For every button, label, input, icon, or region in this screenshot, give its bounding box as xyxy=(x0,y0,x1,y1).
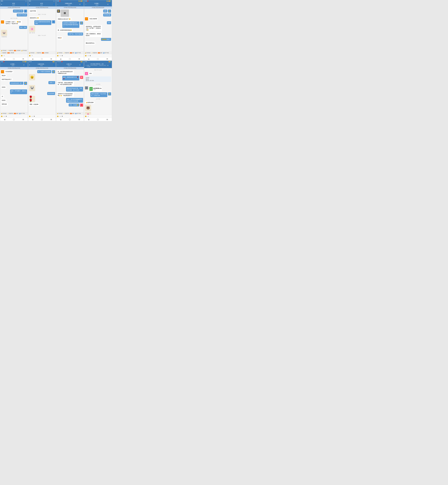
chat-area-bc[interactable]: 的，咱们到时候做题还会经常翻看知识点的 🌸 好的，谢谢您的教导方法🌹🌹 不客气呢… xyxy=(56,69,84,112)
voice-icon[interactable]: ⑨ xyxy=(62,116,63,117)
nav-back[interactable]: ◀ xyxy=(60,119,61,120)
chat-area-bc2[interactable]: 😊 好，年底忙注意身体哈 😮 太暖心了 🐼 您也是老师 🌹🌹 嘿嘿，应该的❤ xyxy=(28,69,56,115)
toolbar-item[interactable]: 💰对外收款 xyxy=(29,52,34,54)
nav-home[interactable] xyxy=(41,119,42,120)
emoji-icon[interactable]: 😊 xyxy=(29,55,31,56)
emoji-icon[interactable]: 😊 xyxy=(57,116,59,117)
chat-area-tc[interactable]: 也是辛苦啦 星期二 下午 6:29 谢谢老师关心😊 👤 有什么需要我协助的就和我… xyxy=(28,9,56,52)
menu-icon[interactable]: ≡ xyxy=(29,64,30,66)
toolbar-item[interactable]: ⚡快捷回复 xyxy=(7,113,13,114)
nav-menu[interactable] xyxy=(50,58,52,59)
toolbar-item[interactable]: 👤客户详情 xyxy=(103,52,109,54)
add-icon[interactable]: ＋ xyxy=(32,55,33,57)
nav-back[interactable]: ◀ xyxy=(88,58,89,60)
person-icon[interactable]: 👤 xyxy=(109,65,111,66)
add-icon[interactable]: ＋ xyxy=(32,115,33,117)
person-icon[interactable]: 👤 xyxy=(81,3,83,5)
nav-menu[interactable] xyxy=(23,58,24,59)
toolbar-item[interactable]: ⚡快捷回复 xyxy=(1,52,7,54)
person-icon[interactable]: 👤 xyxy=(53,3,55,5)
menu-icon[interactable]: ≡ xyxy=(107,3,108,5)
nav-menu[interactable] xyxy=(79,119,80,120)
emoji-icon[interactable]: 😊 xyxy=(1,55,3,56)
toolbar-item[interactable]: ⚡快捷回复 xyxy=(63,52,69,54)
toolbar-item[interactable]: 👤客户详情 xyxy=(75,113,81,114)
toolbar-item[interactable]: 💰对外收款 xyxy=(57,113,63,114)
emoji-icon[interactable]: 😊 xyxy=(85,116,87,117)
emoji-icon[interactable]: 😊 xyxy=(29,116,31,117)
toolbar-item[interactable]: ⚡快捷回复 xyxy=(91,52,97,54)
nav-home[interactable] xyxy=(13,119,15,120)
chat-area-br[interactable]: 昨天 下午 11:44 🌸 微信 12月26 杨欣杰 实务 第二章 12讲 上午… xyxy=(84,68,112,115)
person-icon[interactable]: 👤 xyxy=(109,3,111,5)
toolbar-item[interactable]: 💰对外收款 xyxy=(21,50,27,51)
add-icon[interactable]: ＋ xyxy=(88,115,89,117)
toolbar-item[interactable]: 👤客户详情 xyxy=(75,52,81,54)
back-icon[interactable]: ← xyxy=(1,64,3,66)
toolbar-item[interactable]: 👤客户详情 xyxy=(19,113,25,114)
toolbar-live[interactable]: Live直播 xyxy=(98,52,102,54)
person-icon[interactable]: 👤 xyxy=(53,64,55,66)
menu-icon[interactable]: ≡ xyxy=(80,64,80,66)
emoji-icon[interactable]: 😊 xyxy=(1,116,3,117)
nav-back[interactable]: ◀ xyxy=(4,119,5,120)
menu-icon[interactable]: ≡ xyxy=(1,3,2,5)
nav-back[interactable]: ◀ xyxy=(32,58,33,60)
person-icon[interactable]: 👤 xyxy=(25,64,27,66)
chat-area-bl[interactable]: 😀 5月份风景好 那会来 疫情可能会好转了 😊 5月份考完试浪一把？ 哈哈哈 是… xyxy=(0,69,28,112)
toolbar-item[interactable]: 💰对外收款 xyxy=(1,113,7,114)
toolbar-item[interactable]: 💰对外收款 xyxy=(57,52,63,54)
emoji-icon[interactable]: 😊 xyxy=(85,55,87,56)
back-icon[interactable]: ← xyxy=(57,64,59,66)
chat-area-tr2[interactable]: 😐 🖼 用图形法分析出来了😊 😊 还是要多去理解理解这里，经常做这种题脑印象就深… xyxy=(56,9,84,52)
voice-icon[interactable]: ⑨ xyxy=(62,55,63,56)
voice-icon[interactable]: ⑨ xyxy=(6,116,7,117)
person-icon[interactable]: 👤 xyxy=(81,64,83,66)
nav-menu[interactable] xyxy=(106,58,108,59)
person-icon[interactable]: 👤 xyxy=(25,3,27,5)
emoji-icon[interactable]: 😊 xyxy=(57,55,59,56)
nav-home[interactable] xyxy=(97,58,98,60)
menu-icon[interactable]: ≡ xyxy=(29,3,30,5)
toolbar-live[interactable]: Live直播 xyxy=(70,113,74,114)
nav-back[interactable]: ◀ xyxy=(4,58,5,60)
nav-home[interactable] xyxy=(69,119,71,120)
nav-back[interactable]: ◀ xyxy=(60,58,61,60)
toolbar-item[interactable]: ⚡快捷回复 xyxy=(35,52,41,54)
add-icon[interactable]: ＋ xyxy=(59,115,61,117)
voice-icon[interactable]: ⑨ xyxy=(90,55,91,56)
nav-home[interactable] xyxy=(97,119,98,120)
nav-menu[interactable] xyxy=(23,119,24,120)
toolbar-live[interactable]: Live上课直播 xyxy=(42,52,48,54)
toolbar-live[interactable]: Live直播 xyxy=(14,113,18,114)
add-icon[interactable]: ＋ xyxy=(59,55,61,57)
toolbar-live[interactable]: Live直播 xyxy=(70,52,74,54)
menu-icon[interactable]: ≡ xyxy=(80,3,80,5)
add-icon[interactable]: ＋ xyxy=(3,55,5,57)
toolbar-live[interactable]: Live上课直播 xyxy=(14,50,20,51)
back-icon[interactable]: ← xyxy=(85,3,87,5)
chat-area-tl[interactable]: 👤 身体怎么样了呀 现在学习可以吗 昨天 下午 2:01 😊 正学着呢！好多了。… xyxy=(0,9,28,49)
nav-back[interactable]: ◀ xyxy=(88,119,89,120)
add-icon[interactable]: ＋ xyxy=(3,115,5,117)
nav-home[interactable] xyxy=(69,58,71,60)
back-icon[interactable]: ← xyxy=(57,3,59,5)
sticker-label: 小杰瑞的肯定 xyxy=(1,36,7,38)
toolbar-item[interactable]: ⚡快捷回复 xyxy=(63,113,69,114)
nav-menu[interactable] xyxy=(50,119,52,120)
nav-home[interactable] xyxy=(41,58,42,60)
toolbar-item[interactable]: 💰对外收款 xyxy=(85,52,90,54)
add-icon[interactable]: ＋ xyxy=(88,55,89,57)
chat-area-tr[interactable]: 😊 放哦 来找我玩嘛 😀 你是云南的吧 是的 虽然很想去，但是现在疫情又有一点严… xyxy=(84,9,112,52)
nav-menu[interactable] xyxy=(106,119,108,120)
toolbar-item[interactable]: 💰对外收款 xyxy=(1,50,7,51)
back-icon[interactable]: ← xyxy=(85,65,87,66)
nav-back[interactable]: ◀ xyxy=(32,119,33,120)
voice-icon[interactable]: ⑨ xyxy=(34,116,35,117)
toolbar-live[interactable]: Live上课直播 xyxy=(7,52,14,54)
nav-home[interactable] xyxy=(13,58,15,60)
menu-icon[interactable]: ≡ xyxy=(24,64,24,66)
toolbar-item[interactable]: ⚡快捷回复 xyxy=(7,50,13,51)
menu-icon[interactable]: ≡ xyxy=(107,65,108,66)
nav-menu[interactable] xyxy=(79,58,80,59)
